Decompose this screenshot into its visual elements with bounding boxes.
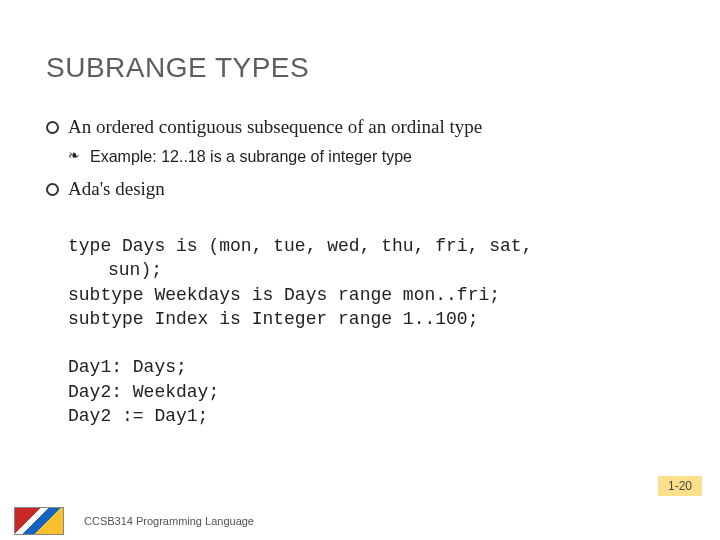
sub-list: Example: 12..18 is a subrange of integer… (68, 146, 674, 168)
code-line: Day1: Days; (68, 357, 187, 377)
bullet-text: An ordered contiguous subsequence of an … (68, 116, 482, 137)
code-line: subtype Weekdays is Days range mon..fri; (68, 285, 500, 305)
code-line: Day2 := Day1; (68, 406, 208, 426)
slide: SUBRANGE TYPES An ordered contiguous sub… (0, 0, 720, 540)
logo-icon (14, 507, 64, 535)
code-block: type Days is (mon, tue, wed, thu, fri, s… (46, 210, 674, 429)
footer-text: CCSB314 Programming Language (84, 515, 254, 527)
bullet-text: Ada's design (68, 178, 165, 199)
code-line: subtype Index is Integer range 1..100; (68, 309, 478, 329)
slide-title: SUBRANGE TYPES (46, 52, 674, 84)
bullet-list: An ordered contiguous subsequence of an … (46, 114, 674, 202)
code-line: type Days is (mon, tue, wed, thu, fri, s… (68, 236, 532, 256)
bullet-item: Ada's design (46, 176, 674, 202)
page-number: 1-20 (658, 476, 702, 496)
code-line: Day2: Weekday; (68, 382, 219, 402)
footer: CCSB314 Programming Language (0, 502, 720, 540)
sub-item: Example: 12..18 is a subrange of integer… (68, 146, 674, 168)
bullet-item: An ordered contiguous subsequence of an … (46, 114, 674, 168)
code-line: sun); (68, 258, 674, 282)
